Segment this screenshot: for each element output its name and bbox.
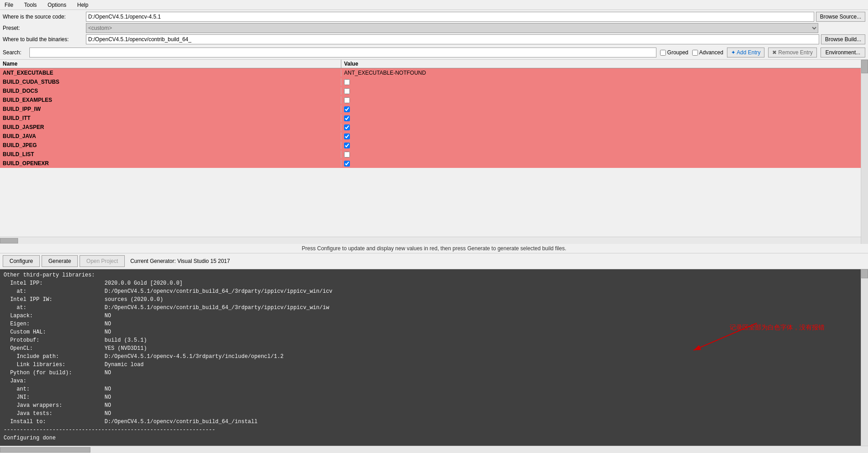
table-main: Name Value ANT_EXECUTABLEANT_EXECUTABLE-… (0, 60, 861, 244)
advanced-checkbox[interactable] (692, 50, 698, 56)
table-row[interactable]: BUILD_JAVA (0, 132, 861, 141)
cell-value[interactable] (341, 115, 861, 122)
vertical-scrollbar-thumb-table[interactable] (861, 60, 868, 73)
table-row[interactable]: BUILD_DOCS (0, 86, 861, 95)
log-scrollbar-thumb[interactable] (861, 269, 868, 278)
cell-name: BUILD_IPP_IW (0, 105, 341, 113)
preset-row: Preset: <custom> (3, 23, 865, 33)
cell-name: BUILD_CUDA_STUBS (0, 78, 341, 86)
status-bar: Press Configure to update and display ne… (0, 244, 868, 253)
cell-value[interactable] (341, 79, 861, 86)
table-scroll[interactable]: ANT_EXECUTABLEANT_EXECUTABLE-NOTFOUNDBUI… (0, 68, 861, 237)
horizontal-scrollbar[interactable] (0, 237, 861, 244)
column-value-header: Value (341, 60, 861, 68)
grouped-checkbox[interactable] (660, 50, 666, 56)
cell-value[interactable] (341, 160, 861, 167)
grouped-label: Grouped (667, 49, 689, 56)
log-container[interactable]: Other third-party libraries: Intel IPP: … (0, 269, 861, 446)
log-line: Intel IPP IW: sources (2020.0.0) (4, 296, 857, 304)
log-line: at: D:/OpenCV4.5.1/opencv/contrib_build_… (4, 304, 857, 312)
menu-help[interactable]: Help (75, 1, 91, 9)
log-line: Java tests: NO (4, 410, 857, 418)
generate-button[interactable]: Generate (42, 255, 78, 267)
row-checkbox[interactable] (344, 143, 350, 148)
row-checkbox[interactable] (344, 124, 350, 130)
cmake-table: Name Value ANT_EXECUTABLEANT_EXECUTABLE-… (0, 60, 868, 244)
preset-label: Preset: (3, 25, 84, 31)
table-row[interactable]: ANT_EXECUTABLEANT_EXECUTABLE-NOTFOUND (0, 68, 861, 77)
log-line: Install to: D:/OpenCV4.5.1/opencv/contri… (4, 418, 857, 426)
vertical-scrollbar-table[interactable] (861, 60, 868, 244)
log-line: Include path: D:/OpenCV4.5.1/opencv-4.5.… (4, 353, 857, 361)
cell-name: BUILD_EXAMPLES (0, 96, 341, 104)
source-input[interactable] (86, 12, 814, 22)
action-buttons: Configure Generate Open Project Current … (0, 253, 868, 269)
cell-value[interactable] (341, 88, 861, 95)
log-area: Other third-party libraries: Intel IPP: … (0, 269, 868, 453)
row-checkbox[interactable] (344, 88, 350, 94)
table-row[interactable]: BUILD_JPEG (0, 141, 861, 150)
add-entry-button[interactable]: ✦ Add Entry (727, 48, 764, 57)
build-input[interactable] (86, 34, 819, 44)
row-checkbox[interactable] (344, 115, 350, 121)
menubar: File Tools Options Help (0, 0, 868, 10)
log-line: Eigen: NO (4, 320, 857, 328)
table-row[interactable]: BUILD_ITT (0, 114, 861, 123)
cell-name: BUILD_DOCS (0, 87, 341, 95)
search-options: Grouped Advanced ✦ Add Entry ✖ Remove En… (660, 48, 865, 57)
status-message: Press Configure to update and display ne… (302, 245, 566, 252)
browse-build-button[interactable]: Browse Build... (821, 34, 865, 44)
vertical-scrollbar-log[interactable] (861, 269, 868, 446)
column-name-header: Name (0, 60, 341, 68)
log-hscroll-thumb[interactable] (0, 447, 90, 453)
table-row[interactable]: BUILD_LIST (0, 150, 861, 159)
row-checkbox[interactable] (344, 161, 350, 167)
row-checkbox[interactable] (344, 152, 350, 157)
log-line: OpenCL: YES (NVD3D11) (4, 344, 857, 353)
cell-value[interactable] (341, 124, 861, 131)
browse-source-button[interactable]: Browse Source... (816, 12, 865, 22)
log-line: ant: NO (4, 385, 857, 393)
log-line: Python (for build): NO (4, 369, 857, 377)
open-project-button[interactable]: Open Project (80, 255, 125, 267)
environment-button[interactable]: Environment... (821, 48, 865, 57)
generator-label: Current Generator: Visual Studio 15 2017 (130, 258, 230, 264)
log-line: Lapack: NO (4, 312, 857, 320)
row-checkbox[interactable] (344, 79, 350, 85)
menu-file[interactable]: File (2, 1, 16, 9)
cell-value[interactable] (341, 133, 861, 140)
menu-options[interactable]: Options (45, 1, 69, 9)
cell-name: BUILD_JASPER (0, 124, 341, 131)
build-row: Where to build the binaries: Browse Buil… (3, 34, 865, 44)
log-horizontal-scrollbar[interactable] (0, 446, 868, 453)
source-label: Where is the source code: (3, 14, 84, 20)
table-row[interactable]: BUILD_EXAMPLES (0, 95, 861, 105)
log-line: Configuring done (4, 434, 857, 442)
cell-value[interactable] (341, 151, 861, 158)
configure-button[interactable]: Configure (3, 255, 40, 267)
preset-select[interactable]: <custom> (86, 23, 818, 33)
log-line: Other third-party libraries: (4, 271, 857, 279)
cell-value: ANT_EXECUTABLE-NOTFOUND (341, 69, 861, 76)
cell-value[interactable] (341, 142, 861, 149)
advanced-option[interactable]: Advanced (692, 49, 723, 56)
search-row: Search: Grouped Advanced ✦ Add Entry ✖ R… (0, 46, 868, 60)
grouped-option[interactable]: Grouped (660, 49, 689, 56)
remove-entry-button[interactable]: ✖ Remove Entry (768, 48, 816, 57)
table-row[interactable]: BUILD_IPP_IW (0, 105, 861, 114)
row-checkbox[interactable] (344, 134, 350, 139)
log-line: Intel IPP: 2020.0.0 Gold [2020.0.0] (4, 279, 857, 287)
scrollbar-thumb[interactable] (0, 238, 18, 243)
table-row[interactable]: BUILD_JASPER (0, 123, 861, 132)
menu-tools[interactable]: Tools (21, 1, 39, 9)
advanced-label: Advanced (699, 49, 723, 56)
cell-value[interactable] (341, 97, 861, 104)
cell-value[interactable] (341, 106, 861, 113)
table-row[interactable]: BUILD_OPENEXR (0, 159, 861, 168)
search-label: Search: (3, 49, 28, 56)
row-checkbox[interactable] (344, 106, 350, 112)
table-row[interactable]: BUILD_CUDA_STUBS (0, 77, 861, 86)
search-input[interactable] (29, 48, 656, 57)
row-checkbox[interactable] (344, 97, 350, 103)
cell-name: BUILD_LIST (0, 151, 341, 158)
